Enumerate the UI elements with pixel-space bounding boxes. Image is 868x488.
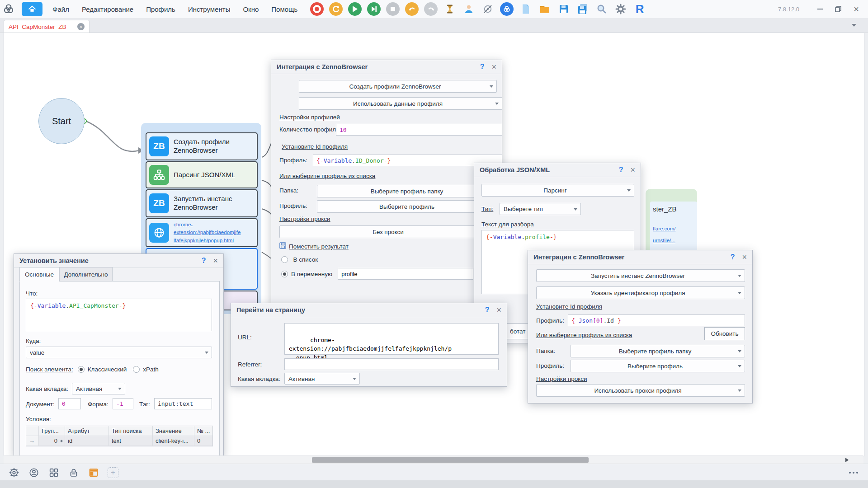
close-icon[interactable]: × xyxy=(491,62,496,72)
block-parse-json[interactable]: Парсинг JSON/XML xyxy=(146,161,258,188)
profile-json-input[interactable]: {-Json[0].Id-} xyxy=(568,314,745,326)
menu-file[interactable]: Файл xyxy=(52,5,69,13)
table-row[interactable]: → 0 id text client-key-i... 0 xyxy=(26,436,212,446)
dialog-zb-create[interactable]: Интеграция с ZennoBrowser ? × Создать пр… xyxy=(271,60,502,306)
action-dropdown[interactable]: Создать профили ZennoBrowser xyxy=(299,80,497,93)
dialog-titlebar[interactable]: Интеграция с ZennoBrowser ? × xyxy=(528,250,752,264)
what-textarea[interactable]: {-Variable.API_CapMonster-} xyxy=(26,299,212,331)
close-icon[interactable]: × xyxy=(630,165,635,175)
scrollbar-thumb[interactable] xyxy=(312,457,589,463)
proxy-dropdown[interactable]: Использовать прокси профиля xyxy=(536,384,745,397)
action-dropdown[interactable]: Запустить инстанс ZennoBrowser xyxy=(536,269,745,282)
spinner-down-icon[interactable] xyxy=(60,441,63,444)
save-icon[interactable] xyxy=(557,2,571,16)
url-textarea[interactable]: chrome-extension://pabjfbciaedomjjfelfaf… xyxy=(284,323,499,355)
new-file-icon[interactable] xyxy=(519,2,533,16)
folder-dropdown[interactable]: Выберите профиль папку xyxy=(571,345,745,357)
restore-button[interactable] xyxy=(829,2,847,16)
hourglass-icon[interactable] xyxy=(443,2,457,16)
dialog-titlebar[interactable]: Установить значение ? × xyxy=(14,254,223,268)
add-icon[interactable]: + xyxy=(108,467,118,478)
play-icon[interactable] xyxy=(348,2,362,16)
help-icon[interactable]: ? xyxy=(485,306,490,314)
settings-icon[interactable] xyxy=(614,2,627,16)
horizontal-scrollbar[interactable] xyxy=(4,455,863,464)
menu-tools[interactable]: Инструменты xyxy=(188,5,231,13)
tab-main[interactable]: Основные xyxy=(19,267,59,282)
menu-window[interactable]: Окно xyxy=(243,5,259,13)
help-icon[interactable]: ? xyxy=(619,166,623,174)
user-icon[interactable] xyxy=(462,2,476,16)
minimize-button[interactable] xyxy=(811,2,829,16)
close-icon[interactable]: × xyxy=(496,305,501,315)
block-goto-url[interactable]: chrome- extension://pabjfbciaedomjjfe lf… xyxy=(146,218,258,247)
radio-classic[interactable] xyxy=(78,366,85,373)
form-input[interactable]: -1 xyxy=(113,398,133,409)
proxy-dropdown[interactable]: Без прокси xyxy=(279,225,502,238)
dialog-goto-page[interactable]: Перейти на страницу ? × URL: chrome-exte… xyxy=(231,303,507,387)
json-tree-icon xyxy=(149,165,169,185)
partial-link-1[interactable]: flare.com/ xyxy=(653,226,676,231)
variable-name-input[interactable]: profile xyxy=(338,268,473,280)
start-node[interactable]: Start xyxy=(38,98,85,144)
dialog-titlebar[interactable]: Обработка JSON/XML ? × xyxy=(474,163,641,177)
step-forward-icon[interactable] xyxy=(367,2,381,16)
mode-dropdown[interactable]: Указать идентификатор профиля xyxy=(536,286,745,299)
tag-input[interactable]: input:text xyxy=(154,398,212,409)
radio-to-variable[interactable] xyxy=(281,271,288,277)
help-icon[interactable]: ? xyxy=(731,253,735,261)
partial-link-2[interactable]: urnstile/... xyxy=(653,238,675,243)
type-dropdown[interactable]: Выберете тип xyxy=(500,203,581,215)
close-icon[interactable]: × xyxy=(213,256,218,266)
dialog-titlebar[interactable]: Интеграция с ZennoBrowser ? × xyxy=(271,60,502,74)
mode-dropdown[interactable]: Использовать данные профиля xyxy=(299,97,502,110)
scroll-right-icon[interactable] xyxy=(845,458,851,462)
tab-close-icon[interactable]: × xyxy=(77,23,85,30)
profile-icon[interactable] xyxy=(28,467,40,479)
apps-icon[interactable] xyxy=(48,467,60,479)
visibility-off-icon[interactable] xyxy=(481,2,495,16)
refresh-button[interactable]: Обновить xyxy=(704,327,745,340)
save-all-icon[interactable] xyxy=(576,2,590,16)
undo-icon[interactable] xyxy=(405,2,419,16)
menu-help[interactable]: Помощь xyxy=(271,5,297,13)
radio-to-list[interactable] xyxy=(281,256,288,263)
home-button[interactable] xyxy=(22,2,42,16)
lock-icon[interactable] xyxy=(68,467,80,479)
menu-edit[interactable]: Редактирование xyxy=(82,5,133,13)
dialog-set-value[interactable]: Установить значение ? × Основные Дополни… xyxy=(14,253,224,456)
open-folder-icon[interactable] xyxy=(538,2,552,16)
restart-icon[interactable] xyxy=(329,2,343,16)
block-run-instance[interactable]: ZB Запустить инстанс ZennoBrowser xyxy=(146,189,258,217)
help-icon[interactable]: ? xyxy=(202,257,206,265)
more-icon[interactable] xyxy=(847,467,858,479)
referrer-input[interactable] xyxy=(284,358,499,370)
profile-dropdown[interactable]: Выберите профиль xyxy=(571,360,745,372)
radio-xpath[interactable] xyxy=(133,366,140,373)
close-button[interactable]: × xyxy=(847,2,865,16)
block-create-profiles[interactable]: ZB Создать профили ZennoBrowser xyxy=(146,132,258,160)
brand-circle-icon[interactable] xyxy=(500,2,514,16)
dialog-zb-run[interactable]: Интеграция с ZennoBrowser ? × Запустить … xyxy=(528,250,753,404)
panel-icon[interactable] xyxy=(88,467,99,479)
find-icon[interactable] xyxy=(595,2,609,16)
which-tab-dropdown[interactable]: Активная xyxy=(72,383,125,394)
menu-profile[interactable]: Профиль xyxy=(146,5,175,13)
where-dropdown[interactable]: value xyxy=(26,347,212,358)
tab-extra[interactable]: Дополнительно xyxy=(59,267,113,282)
action-dropdown[interactable]: Парсинг xyxy=(481,184,634,197)
document-input[interactable]: 0 xyxy=(58,398,81,409)
which-tab-dropdown[interactable]: Активная xyxy=(284,373,360,385)
settings-icon[interactable] xyxy=(8,467,20,479)
r-badge[interactable]: R xyxy=(633,2,646,16)
help-icon[interactable]: ? xyxy=(480,63,485,71)
count-input[interactable]: 10 xyxy=(336,124,502,136)
dialog-titlebar[interactable]: Перейти на страницу ? × xyxy=(231,303,507,317)
block-group-partial[interactable]: ster_ZB flare.com/ urnstile/... xyxy=(646,189,697,254)
tab-api-capmonster[interactable]: API_CapMonster_ZB × xyxy=(4,20,90,33)
close-icon[interactable]: × xyxy=(742,253,747,262)
tab-overflow-icon[interactable] xyxy=(852,24,856,29)
conditions-table[interactable]: Груп... Атрибут Тип поиска Значение № ..… xyxy=(26,426,213,446)
record-icon[interactable] xyxy=(310,2,324,16)
block-url-link[interactable]: chrome- extension://pabjfbciaedomjjfe lf… xyxy=(174,221,241,244)
